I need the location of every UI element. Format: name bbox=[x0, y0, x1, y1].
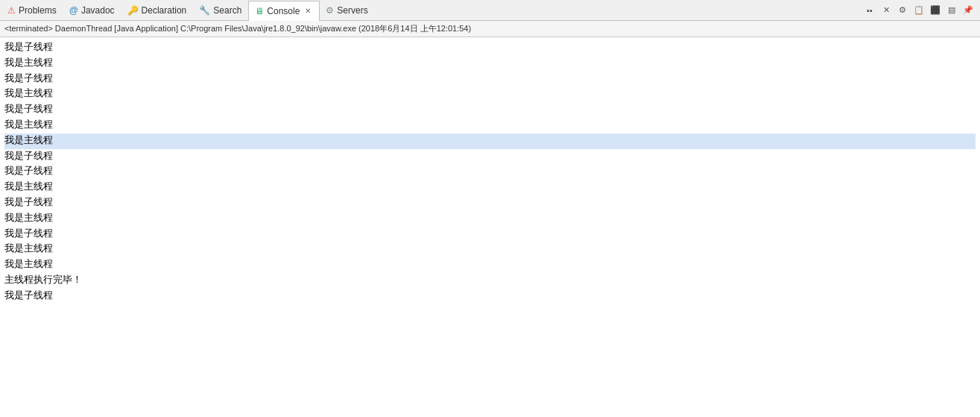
problems-icon: ⚠ bbox=[7, 5, 16, 16]
tab-search[interactable]: 🔧 Search bbox=[193, 0, 248, 20]
pin-button[interactable]: 📌 bbox=[961, 3, 976, 18]
console-line: 我是子线程 bbox=[4, 102, 976, 118]
tab-servers-label: Servers bbox=[337, 5, 367, 16]
console-line: 我是主线程 bbox=[4, 87, 976, 102]
tab-problems[interactable]: ⚠ Problems bbox=[1, 0, 63, 20]
console-line: 主线程执行完毕！ bbox=[4, 273, 976, 289]
tab-search-label: Search bbox=[213, 5, 241, 16]
tab-console[interactable]: 🖥 Console ✕ bbox=[248, 1, 320, 21]
tab-javadoc-label: Javadoc bbox=[81, 5, 115, 16]
copy-button[interactable]: 📋 bbox=[911, 3, 926, 18]
toolbar-right: ▪▪ ✕ ⚙ 📋 ⬛ ▤ 📌 bbox=[862, 3, 979, 18]
declaration-icon: 🔑 bbox=[127, 5, 139, 16]
console-line: 我是子线程 bbox=[4, 72, 976, 87]
minimize-button[interactable]: ▪▪ bbox=[862, 3, 877, 18]
console-line: 我是子线程 bbox=[4, 149, 976, 165]
console-line: 我是主线程 bbox=[4, 118, 976, 134]
tab-problems-label: Problems bbox=[19, 5, 57, 16]
scroll-lock-button[interactable]: ▤ bbox=[944, 3, 959, 18]
console-line: 我是主线程 bbox=[4, 211, 976, 227]
clear-button[interactable]: ⬛ bbox=[928, 3, 943, 18]
console-line: 我是子线程 bbox=[4, 289, 976, 304]
tab-javadoc[interactable]: @ Javadoc bbox=[63, 0, 121, 20]
javadoc-icon: @ bbox=[69, 5, 78, 16]
status-text: <terminated> DaemonThread [Java Applicat… bbox=[4, 23, 471, 34]
settings-button[interactable]: ⚙ bbox=[895, 3, 910, 18]
tab-bar: ⚠ Problems @ Javadoc 🔑 Declaration 🔧 Sea… bbox=[0, 0, 980, 21]
console-line: 我是主线程 bbox=[4, 134, 976, 149]
eclipse-panel: ⚠ Problems @ Javadoc 🔑 Declaration 🔧 Sea… bbox=[0, 0, 980, 417]
console-line: 我是主线程 bbox=[4, 56, 976, 72]
console-line: 我是主线程 bbox=[4, 180, 976, 195]
console-line: 我是子线程 bbox=[4, 164, 976, 180]
tab-servers[interactable]: ⚙ Servers bbox=[320, 0, 374, 20]
console-line: 我是主线程 bbox=[4, 242, 976, 257]
close-button[interactable]: ✕ bbox=[879, 3, 894, 18]
console-line: 我是子线程 bbox=[4, 40, 976, 56]
servers-icon: ⚙ bbox=[326, 5, 334, 16]
tab-declaration[interactable]: 🔑 Declaration bbox=[121, 0, 194, 20]
console-line: 我是主线程 bbox=[4, 257, 976, 273]
console-line: 我是子线程 bbox=[4, 195, 976, 211]
tab-declaration-label: Declaration bbox=[142, 5, 187, 16]
console-line: 我是子线程 bbox=[4, 227, 976, 242]
console-output[interactable]: 我是子线程我是主线程我是子线程我是主线程我是子线程我是主线程我是主线程我是子线程… bbox=[0, 37, 980, 417]
tab-console-label: Console bbox=[267, 6, 300, 16]
console-icon: 🖥 bbox=[255, 6, 264, 16]
search-tab-icon: 🔧 bbox=[199, 5, 210, 16]
status-bar: <terminated> DaemonThread [Java Applicat… bbox=[0, 21, 980, 37]
console-close-button[interactable]: ✕ bbox=[303, 6, 313, 16]
